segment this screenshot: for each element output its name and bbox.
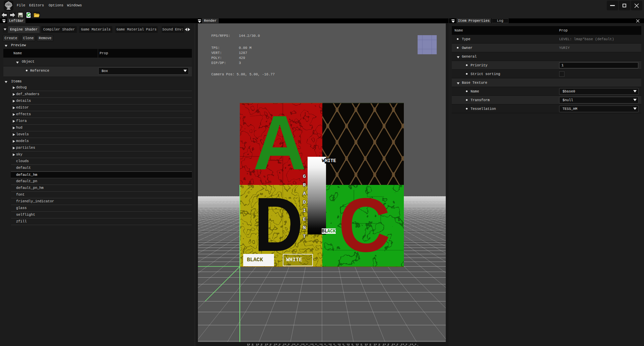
svg-text:C: C bbox=[338, 182, 390, 267]
svg-text:A: A bbox=[253, 103, 307, 186]
